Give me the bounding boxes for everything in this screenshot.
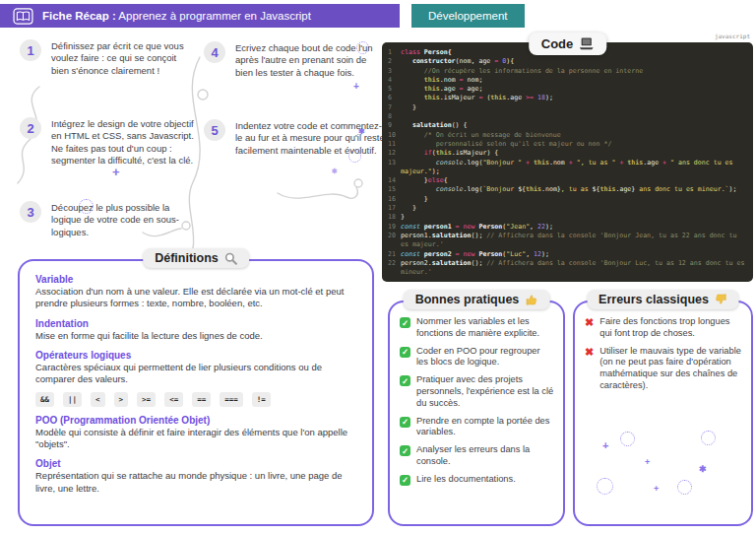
- definition-item: IndentationMise en forme qui facilite la…: [35, 318, 356, 342]
- code-content: const person2 = new Person("Luc", 12);: [401, 250, 745, 259]
- code-token: .log(: [464, 159, 483, 167]
- check-icon: ✓: [400, 347, 410, 358]
- code-line: 22person2.salutation(); // Affichera dan…: [388, 259, 745, 278]
- code-token: }: [401, 176, 428, 184]
- code-token: ,: [526, 250, 534, 258]
- code-token: 12: [534, 250, 541, 258]
- code-line: 3 //On récupère les informations de la p…: [388, 67, 745, 76]
- definition-item: ObjetReprésentation qui se rattache au m…: [35, 458, 356, 495]
- code-content: this.isMajeur = (this.age >= 18);: [401, 94, 745, 102]
- code-token: Person: [478, 250, 502, 258]
- definition-text: Association d'un nom à une valeur. Elle …: [35, 286, 356, 310]
- step-item: 2Intégrez le design de votre objectif en…: [20, 117, 199, 167]
- line-number: 2: [388, 57, 401, 66]
- code-token: Person{: [424, 48, 452, 56]
- page-title-rest: Apprenez à programmer en Javascript: [116, 10, 311, 22]
- code-token: new: [464, 223, 475, 231]
- code-token: ${: [518, 185, 526, 193]
- operator-chip: <=: [164, 392, 183, 407]
- code-token: }: [401, 213, 405, 221]
- code-token: this: [526, 185, 541, 193]
- code-content: personnalisé selon qu'il est majeur ou n…: [401, 140, 745, 149]
- code-line: 6 this.isMajeur = (this.age >= 18);: [388, 94, 745, 102]
- line-number: 20: [388, 232, 401, 250]
- step-item: 4Ecrivez chaque bout de code l'un après …: [204, 41, 383, 79]
- code-content: console.log("Bonjour " + this.nom + ", t…: [401, 159, 745, 177]
- code-token: .age: [643, 159, 659, 167]
- line-number: 8: [388, 112, 401, 121]
- code-token: 18: [537, 94, 545, 101]
- code-token: }: [401, 103, 416, 111]
- definition-term: Indentation: [35, 318, 356, 329]
- line-number: 18: [388, 213, 401, 222]
- code-token: [401, 121, 412, 129]
- code-token: .isMajeur: [440, 94, 479, 101]
- code-token: +: [615, 159, 627, 167]
- code-token: );: [541, 250, 549, 258]
- step-text: Définissez par écrit ce que vous voulez …: [51, 39, 195, 77]
- line-number: 3: [388, 67, 401, 76]
- code-token: /* On écrit un message de bienvenue: [401, 131, 561, 139]
- practice-text: Coder en POO pour regrouper les blocs de…: [416, 346, 554, 369]
- x-icon: ✖: [585, 347, 594, 392]
- definitions-box: Définitions VariableAssociation d'un nom…: [18, 259, 374, 526]
- good-practices-title: Bonnes pratiques: [404, 290, 550, 309]
- definition-term: Variable: [35, 274, 356, 285]
- code-token: if: [424, 149, 432, 157]
- step-text: Découpez le plus possible la logique de …: [51, 201, 189, 238]
- code-token: }: [401, 195, 428, 203]
- definition-text: Mise en forme qui facilite la lecture de…: [35, 330, 356, 342]
- practice-item: ✓Prendre en compte la portée des variabl…: [400, 416, 554, 439]
- line-number: 16: [388, 195, 401, 204]
- code-token: personnalisé selon qu'il est majeur ou n…: [401, 140, 611, 148]
- code-token: console: [436, 185, 464, 193]
- code-tab: Code: [529, 33, 607, 55]
- practice-item: ✓Pratiquer avec des projets personnels, …: [400, 374, 554, 409]
- code-token: this: [534, 159, 549, 167]
- code-token: .nom: [440, 76, 460, 84]
- definition-term: POO (Programmation Orientée Objet): [35, 415, 356, 426]
- code-token: [401, 94, 424, 101]
- operator-chip: ||: [63, 392, 82, 407]
- code-token: ,: [530, 223, 537, 231]
- code-token: ${: [593, 185, 600, 193]
- code-token: constructor: [412, 57, 456, 65]
- check-icon: ✓: [400, 317, 410, 328]
- code-token: "Luc": [506, 250, 526, 258]
- code-token: ){: [506, 57, 514, 65]
- code-line: 4 this.nom = nom;: [388, 76, 745, 85]
- operator-chip: ===: [220, 392, 243, 407]
- code-line: 14 }else{: [388, 176, 745, 185]
- code-line: 19const person1 = new Person("Jean", 22)…: [388, 223, 745, 232]
- code-line: 7 }: [388, 103, 745, 112]
- line-number: 19: [388, 223, 401, 232]
- practice-text: Lire les documentations.: [416, 474, 516, 486]
- code-line: 18}: [388, 213, 745, 222]
- error-text: Utiliser le mauvais type de variable (on…: [599, 346, 742, 392]
- check-icon: ✓: [400, 417, 410, 428]
- code-token: else: [428, 176, 444, 184]
- good-practices-title-label: Bonnes pratiques: [415, 293, 520, 306]
- thumbs-down-icon: [715, 293, 727, 306]
- code-line: 15 console.log(`Bonjour ${this.nom}, tu …: [388, 185, 745, 194]
- code-token: }: [401, 204, 416, 212]
- code-token: [401, 85, 424, 93]
- code-token: .log(: [464, 185, 483, 193]
- code-token: this: [424, 94, 440, 101]
- code-token: salutation: [432, 259, 472, 267]
- operator-chip: ==: [192, 392, 211, 407]
- step-number: 2: [20, 117, 41, 139]
- code-token: .age}: [615, 185, 635, 193]
- code-token: );: [729, 185, 737, 193]
- definition-item: POO (Programmation Orientée Objet)Modèle…: [35, 415, 356, 451]
- code-token: this: [600, 185, 616, 193]
- code-token: .nom}: [541, 185, 561, 193]
- code-content: constructor(nom, age = 0){: [401, 57, 745, 66]
- code-token: new: [464, 250, 475, 258]
- code-token: );: [545, 94, 553, 101]
- header-bar: Fiche Récap : Apprenez à programmer en J…: [0, 4, 400, 28]
- code-token: ();: [471, 259, 486, 267]
- code-line: 17 }: [388, 204, 745, 213]
- line-number: 6: [388, 94, 401, 102]
- check-icon: ✓: [400, 445, 410, 456]
